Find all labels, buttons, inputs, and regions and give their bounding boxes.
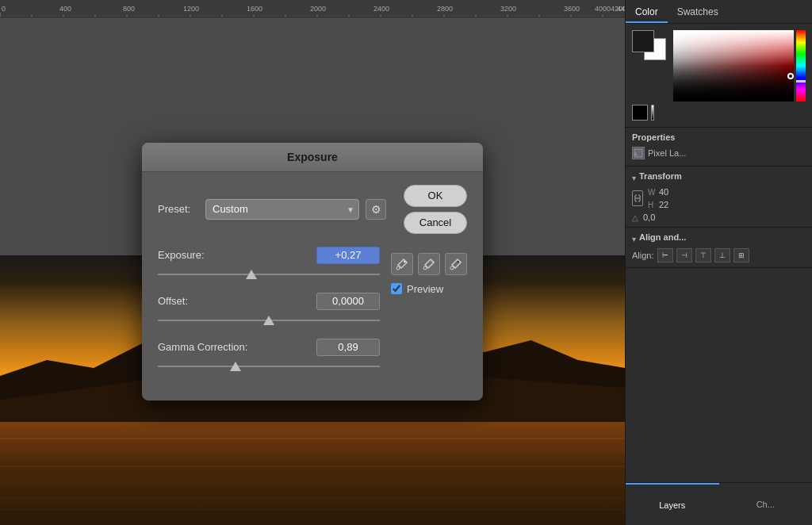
svg-point-40 — [404, 261, 405, 262]
align-bottom-btn[interactable]: ⊞ — [733, 248, 749, 262]
svg-text:3200: 3200 — [500, 5, 516, 13]
color-cursor — [787, 73, 794, 79]
svg-text:800: 800 — [123, 5, 135, 13]
wh-fields: W 40 H 22 — [648, 187, 668, 209]
tab-channels[interactable]: Ch... — [719, 483, 813, 525]
align-section: ▾ Align and... Align: ⊢ ⊣ ⊤ ⊥ ⊞ — [626, 228, 812, 268]
color-section — [626, 24, 812, 128]
gear-button[interactable]: ⚙ — [366, 199, 386, 220]
color-gradient[interactable] — [673, 30, 794, 102]
eyedropper-gray-btn[interactable] — [418, 253, 440, 275]
h-value: 22 — [659, 200, 668, 209]
exposure-input[interactable]: +0,27 — [316, 247, 380, 264]
w-value: 40 — [659, 187, 668, 197]
svg-text:1600: 1600 — [247, 5, 262, 13]
angle-label: △ — [632, 213, 642, 222]
dialog-body: Preset: Custom ▼ ⚙ OK Cancel — [142, 172, 483, 400]
dialog-controls: Exposure: +0,27 — [158, 247, 380, 385]
hue-strip[interactable] — [796, 30, 806, 102]
ruler-svg: 0 400 800 1200 1600 2000 2400 2800 3200 — [0, 0, 625, 17]
width-field: W 40 — [648, 187, 668, 197]
tab-swatches[interactable]: Swatches — [668, 2, 728, 23]
gamma-thumb[interactable] — [230, 362, 241, 371]
gradient-overlay — [673, 30, 794, 102]
angle-value: 0,0 — [643, 213, 655, 222]
eyedropper-white-btn[interactable] — [391, 253, 413, 275]
dialog-title: Exposure — [287, 151, 338, 163]
properties-section: Properties L Pixel La... — [626, 128, 812, 167]
preview-label[interactable]: Preview — [407, 283, 443, 295]
gear-icon: ⚙ — [371, 203, 381, 216]
link-icon[interactable] — [632, 190, 643, 206]
h-label: H — [648, 201, 657, 209]
offset-label: Offset: — [158, 295, 188, 307]
exposure-label: Exposure: — [158, 249, 205, 261]
preset-select[interactable]: Custom — [205, 199, 359, 220]
eyedropper-row — [391, 253, 467, 275]
w-label: W — [648, 188, 657, 197]
align-title: Align and... — [639, 232, 686, 242]
dialog-overlay: Exposure Preset: Custom ▼ ⚙ OK Cancel — [0, 17, 625, 525]
exposure-track[interactable] — [158, 267, 380, 282]
svg-text:2400: 2400 — [373, 5, 389, 13]
gamma-input[interactable]: 0,89 — [316, 339, 380, 356]
eyedropper-black-icon — [450, 258, 462, 270]
preset-label: Preset: — [158, 203, 199, 215]
svg-text:4400: 4400 — [617, 5, 625, 13]
align-row: Align: ⊢ ⊣ ⊤ ⊥ ⊞ — [632, 248, 806, 262]
offset-slider-line — [158, 320, 380, 321]
dialog-main-layout: Exposure: +0,27 — [158, 247, 467, 385]
svg-text:2000: 2000 — [310, 5, 326, 13]
svg-point-42 — [431, 261, 432, 262]
align-left-btn[interactable]: ⊢ — [657, 248, 673, 262]
ok-button[interactable]: OK — [404, 185, 467, 207]
pixel-layer-label: Pixel La... — [648, 148, 686, 158]
bottom-tabs: Layers Ch... — [626, 482, 812, 525]
gamma-slider-line — [158, 366, 380, 367]
svg-text:3600: 3600 — [564, 5, 580, 13]
gamma-row: Gamma Correction: 0,89 — [158, 339, 380, 374]
properties-title: Properties — [632, 132, 806, 142]
panel-tabs-top: Color Swatches — [626, 0, 812, 24]
align-top-btn[interactable]: ⊥ — [714, 248, 730, 262]
dialog-buttons-col: OK Cancel — [404, 185, 467, 234]
dialog-titlebar: Exposure — [142, 143, 483, 172]
hue-cursor — [796, 80, 806, 82]
gamma-header: Gamma Correction: 0,89 — [158, 339, 380, 356]
offset-header: Offset: 0,0000 — [158, 293, 380, 310]
eyedropper-gray-icon — [423, 258, 435, 270]
preset-select-wrapper: Custom ▼ — [205, 199, 359, 220]
opacity-strip — [651, 105, 654, 121]
offset-thumb[interactable] — [263, 316, 274, 325]
color-preview — [632, 105, 648, 121]
align-label: Align: — [632, 251, 654, 260]
exposure-thumb[interactable] — [246, 270, 257, 279]
collapse-icon[interactable]: ▾ — [632, 174, 636, 182]
cancel-button[interactable]: Cancel — [404, 212, 467, 234]
tab-color[interactable]: Color — [626, 2, 668, 23]
transform-title: Transform — [639, 171, 682, 181]
foreground-color-swatch[interactable] — [632, 30, 654, 52]
tab-layers[interactable]: Layers — [626, 483, 719, 525]
pixel-layer-icon: L — [632, 147, 645, 159]
eyedropper-black-btn[interactable] — [445, 253, 467, 275]
svg-text:400: 400 — [59, 5, 71, 13]
offset-track[interactable] — [158, 313, 380, 328]
transform-header: ▾ Transform — [632, 171, 806, 184]
svg-point-41 — [423, 266, 427, 270]
align-center-btn[interactable]: ⊣ — [676, 248, 692, 262]
color-swatch-container — [632, 30, 668, 62]
preview-row: Preview — [391, 283, 443, 295]
right-panel: Color Swatches Pro — [625, 0, 812, 525]
align-collapse-icon[interactable]: ▾ — [632, 235, 636, 243]
align-right-btn[interactable]: ⊤ — [695, 248, 711, 262]
offset-row: Offset: 0,0000 — [158, 293, 380, 328]
ruler: 0 400 800 1200 1600 2000 2400 2800 3200 — [0, 0, 625, 17]
exposure-row: Exposure: +0,27 — [158, 247, 380, 282]
chain-icon — [634, 193, 641, 204]
side-col: Preview — [391, 247, 467, 385]
exposure-header: Exposure: +0,27 — [158, 247, 380, 264]
offset-input[interactable]: 0,0000 — [316, 293, 380, 310]
preview-checkbox[interactable] — [391, 283, 402, 294]
gamma-track[interactable] — [158, 359, 380, 374]
